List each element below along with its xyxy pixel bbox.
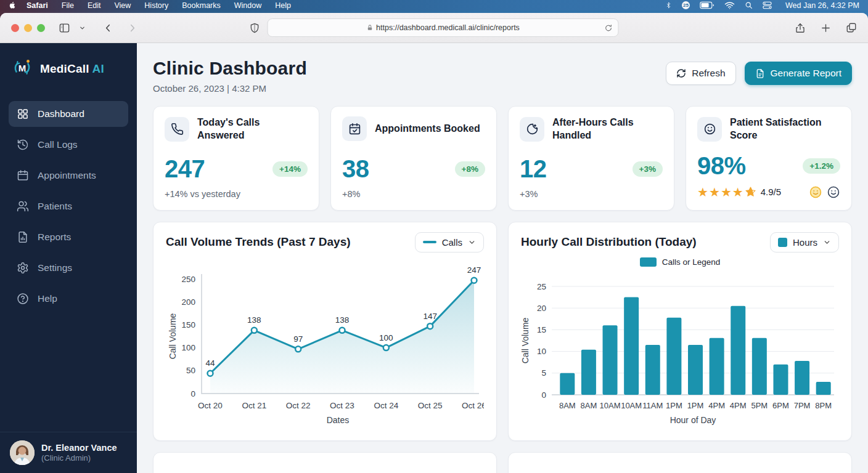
battery-icon[interactable] [700,1,714,9]
bar-chart-legend: Calls or Legend [521,257,839,267]
svg-text:138: 138 [335,315,350,325]
kpi-value: 12 [520,155,547,183]
svg-text:0: 0 [541,390,546,399]
minimize-window-button[interactable] [24,24,32,32]
kpi-value: 247 [165,155,205,183]
back-button-icon[interactable] [103,23,113,33]
sidebar-item-patients[interactable]: Patients [9,193,128,219]
bluetooth-icon[interactable] [665,1,672,9]
control-center-icon[interactable] [763,1,772,9]
menu-clock[interactable]: Wed Jan 26, 4:32 PM [785,1,859,10]
refresh-button[interactable]: Refresh [666,62,735,85]
sidebar-item-help[interactable]: Help [9,286,128,312]
hours-box-swatch [778,238,787,247]
page-title: Clinic Dashboard [153,58,307,79]
window-controls [11,24,45,32]
hours-series-dropdown[interactable]: Hours [770,232,839,253]
svg-text:Oct 21: Oct 21 [242,401,266,410]
svg-text:247: 247 [467,265,481,275]
svg-text:15: 15 [537,325,546,334]
kpi-value: 38 [342,155,369,183]
sidebar-item-reports[interactable]: Reports [9,224,128,250]
svg-text:Oct 20: Oct 20 [198,401,223,410]
kpi-badge: +8% [455,161,485,177]
tab-group-chevron-icon[interactable] [79,25,86,31]
generate-report-button[interactable]: Generate Report [745,62,852,85]
kpi-subtext: +14% vs yesterday [165,189,308,199]
tab-overview-icon[interactable] [846,22,857,33]
user-profile[interactable]: Dr. Eleanor Vance (Clinic Admin) [0,432,137,473]
user-name: Dr. Eleanor Vance [41,443,117,453]
menu-item-bookmarks[interactable]: Bookmarks [182,1,221,10]
privacy-shield-icon[interactable] [250,22,260,34]
svg-text:50: 50 [186,366,195,375]
sidebar-toggle-icon[interactable] [59,22,70,34]
moon-stars-icon [520,117,544,142]
settings-gear-icon [17,262,29,274]
user-role: (Clinic Admin) [41,453,117,463]
forward-button-icon[interactable] [127,23,137,33]
calendar-check-icon [342,116,367,141]
svg-text:200: 200 [181,297,195,306]
wifi-icon[interactable] [724,1,735,9]
safari-window: https://dashboard.medicall.ai/clinic/rep… [0,13,868,473]
avatar [10,440,35,465]
svg-text:Oct 22: Oct 22 [286,401,311,410]
menu-item-edit[interactable]: Edit [88,1,101,10]
search-icon[interactable] [745,1,753,9]
svg-text:Oct 23: Oct 23 [330,401,354,410]
menu-status-icons: 25 Wed Jan 26, 4:32 PM [665,1,859,10]
menu-item-safari[interactable]: Safari [27,1,48,10]
rating-row: ★★★★ 4.9/5 [697,185,840,199]
sidebar: M MediCall AI DashboardCall LogsAppointm… [0,43,137,473]
svg-text:7PM: 7PM [794,401,811,410]
kpi-card-appointments: Appointments Booked 38 +8% +8% [330,106,497,211]
menu-items: SafariFileEditViewHistoryBookmarksWindow… [27,1,291,10]
svg-text:Oct 25: Oct 25 [418,401,443,410]
menu-item-file[interactable]: File [62,1,74,10]
kpi-card-satisfaction: Patient Satisfaction Score 98% +1.2% ★★★… [686,106,852,211]
bottom-card-right [508,452,852,473]
svg-text:Oct 26: Oct 26 [462,401,484,410]
kpi-badge: +1.2% [803,158,840,174]
zoom-window-button[interactable] [37,24,45,32]
svg-text:4PM: 4PM [730,401,747,410]
lock-icon [366,24,373,31]
menu-item-view[interactable]: View [114,1,131,10]
help-circle-icon [17,293,29,305]
svg-text:10AM: 10AM [600,401,621,410]
url-bar[interactable]: https://dashboard.medicall.ai/clinic/rep… [268,18,619,37]
reload-icon[interactable] [605,24,613,32]
share-icon[interactable] [795,22,806,34]
smiley-icon [697,117,722,142]
svg-text:0: 0 [190,389,195,398]
star-rating: ★★★★ [697,186,756,198]
bottom-card-left [153,452,497,473]
menu-item-help[interactable]: Help [275,1,291,10]
apple-logo-icon[interactable] [9,1,17,10]
menu-item-window[interactable]: Window [234,1,261,10]
svg-text:20: 20 [537,303,546,312]
sidebar-item-appointments[interactable]: Appointments [9,163,128,188]
bar-chart-card: Hourly Call Distribution (Today) Hours C… [508,222,852,441]
battery-percent-badge[interactable]: 25 [682,1,690,9]
svg-text:5: 5 [541,368,546,378]
svg-text:100: 100 [181,343,195,352]
close-window-button[interactable] [11,24,19,32]
calls-line-swatch [423,241,436,243]
sidebar-item-settings[interactable]: Settings [9,255,128,281]
menu-item-history[interactable]: History [144,1,168,10]
bar-chart: 05101520258AM8AM10AM10AM11AM1PM1PM4PM4PM… [521,267,839,431]
bar-chart-title: Hourly Call Distribution (Today) [521,235,697,249]
calls-series-dropdown[interactable]: Calls [415,232,484,253]
new-tab-plus-icon[interactable] [821,23,831,33]
brand-name: MediCall AI [40,62,104,76]
svg-text:1PM: 1PM [687,401,704,410]
svg-text:Call Volume: Call Volume [168,313,178,359]
sidebar-nav: DashboardCall LogsAppointmentsPatientsRe… [0,101,137,312]
sidebar-item-dashboard[interactable]: Dashboard [9,101,128,127]
svg-text:147: 147 [423,311,437,320]
kpi-subtext: +8% [342,189,485,199]
sidebar-item-call-logs[interactable]: Call Logs [9,132,128,158]
kpi-title: After-Hours Calls Handled [552,116,645,142]
